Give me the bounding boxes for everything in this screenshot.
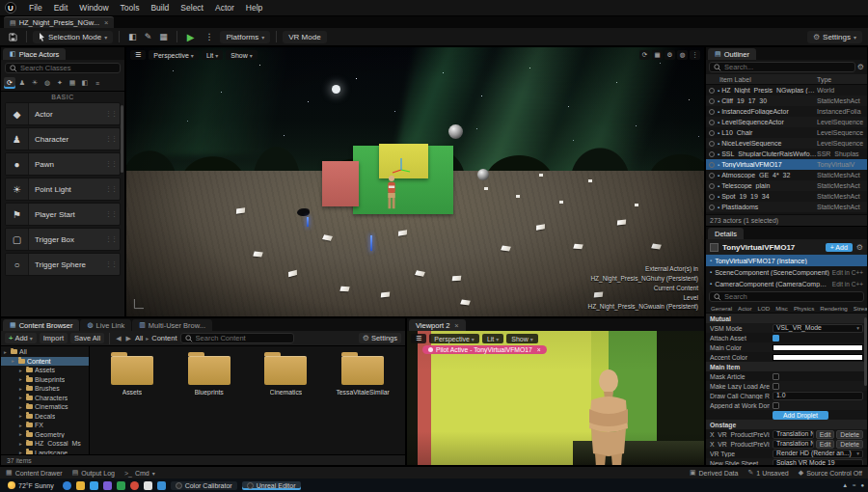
viewport-option-icon[interactable]: ◍ [677, 50, 688, 60]
outliner-row[interactable]: ▪ LevelSequenceActor LevelSequence [706, 117, 867, 127]
place-actors-search[interactable] [5, 63, 121, 73]
weather-widget[interactable]: 72°F Sunny [4, 481, 58, 489]
back-icon[interactable]: ◀ [115, 335, 122, 342]
details-property-row[interactable]: Attach Asset [706, 333, 867, 342]
content-folder[interactable]: Blueprints [178, 356, 240, 396]
toolbar-icon[interactable]: ▦ [156, 31, 171, 42]
taskbar-app-icon[interactable] [117, 481, 125, 490]
details-filter-tab[interactable]: Physics [791, 305, 817, 312]
menu-item[interactable]: Edit [48, 1, 74, 14]
visibility-eye-icon[interactable] [709, 162, 715, 168]
folder-tree-item[interactable]: ▸ FX [1, 421, 89, 430]
category-icon[interactable]: ≡ [92, 77, 103, 89]
taskbar-app-icon[interactable] [103, 481, 112, 490]
checkbox[interactable] [773, 335, 779, 342]
details-property-row[interactable]: Main Color [706, 342, 867, 352]
tab-details[interactable]: Details [708, 228, 744, 239]
drag-grip-icon[interactable]: ⋮⋮ [105, 160, 120, 168]
drag-grip-icon[interactable]: ⋮⋮ [105, 185, 120, 193]
drag-grip-icon[interactable]: ⋮⋮ [105, 135, 120, 143]
perspective-dropdown[interactable]: Perspective▾ [429, 334, 479, 343]
scrollbar[interactable] [121, 105, 123, 173]
array-element-dropdown[interactable]: Translation Next [773, 430, 814, 439]
menu-item[interactable]: Help [240, 1, 268, 14]
expand-arrow-icon[interactable]: ▸ [4, 349, 9, 355]
column-item-label[interactable]: Item Label [706, 76, 817, 83]
outliner-row[interactable]: ▪ Plastiadoms StaticMeshAct [706, 202, 867, 212]
details-filter-tab[interactable]: General [708, 305, 735, 312]
volume-icon[interactable]: ● [860, 482, 864, 488]
visibility-eye-icon[interactable] [709, 130, 715, 136]
viewport-option-icon[interactable]: ⋮ [690, 50, 700, 60]
column-type[interactable]: Type [817, 76, 867, 83]
category-icon[interactable]: ▦ [67, 77, 78, 89]
checkbox[interactable] [773, 373, 779, 380]
content-drawer-button[interactable]: ▦ Content Drawer [6, 469, 63, 477]
taskbar-app-icon[interactable] [157, 481, 166, 490]
folder-tree-item[interactable]: ▸ Content [1, 357, 89, 367]
gear-icon[interactable]: ⚙ [856, 243, 863, 252]
details-filter-tab[interactable]: LOD [754, 305, 773, 312]
visibility-eye-icon[interactable] [709, 205, 715, 210]
place-actor-item[interactable]: ♟ Character ⋮⋮ [5, 127, 121, 150]
forward-icon[interactable]: ▶ [125, 335, 132, 342]
breadcrumb-current[interactable]: Content [151, 334, 176, 342]
scrollbar[interactable] [864, 317, 867, 386]
property-dropdown[interactable]: Render HD (Render an...) [773, 450, 863, 458]
tab-outliner[interactable]: ▤ Outliner [708, 48, 756, 60]
folder-tree-item[interactable]: ▸ Characters [1, 394, 89, 403]
drag-grip-icon[interactable]: ⋮⋮ [105, 260, 120, 268]
place-actor-item[interactable]: ◆ Actor ⋮⋮ [5, 102, 121, 125]
viewport-option-icon[interactable]: ▦ [652, 50, 663, 60]
close-tab-icon[interactable]: × [454, 321, 458, 330]
category-icon[interactable]: ◍ [41, 77, 53, 89]
source-control-button[interactable]: ◆ Source Control Off [799, 469, 862, 477]
folder-tree-item[interactable]: ▸ Cinematics [1, 402, 89, 412]
main-viewport[interactable]: ☰ Perspective▾ Lit▾ Show▾ ⟳▦⚙◍⋮ External… [125, 46, 705, 317]
content-settings-button[interactable]: ⚙ Settings [359, 333, 401, 343]
outliner-column-headers[interactable]: Item Label Type [706, 74, 867, 85]
breadcrumb[interactable]: All ▸ Content [135, 334, 177, 342]
toolbar-icon[interactable]: ◧ [125, 31, 140, 42]
taskbar-app-icon[interactable] [144, 481, 152, 490]
perspective-dropdown[interactable]: Perspective▾ [149, 50, 199, 60]
viewport-menu-icon[interactable]: ☰ [130, 50, 146, 60]
network-icon[interactable]: ≈ [853, 482, 855, 488]
save-icon[interactable] [6, 32, 20, 42]
component-row[interactable]: ▪ TonyVirtualVFMO17 (Instance) [706, 255, 867, 266]
expand-arrow-icon[interactable]: ▸ [19, 368, 24, 373]
details-property-row[interactable]: X_VR_ProductPreVisTranslation NextEditDe… [706, 439, 867, 449]
search-input[interactable] [20, 64, 116, 72]
expand-arrow-icon[interactable]: ▸ [19, 404, 24, 410]
expand-arrow-icon[interactable]: ▸ [19, 386, 24, 392]
lit-dropdown[interactable]: Lit▾ [202, 50, 223, 60]
outliner-row[interactable]: ▪ L10_Chair LevelSequence [706, 127, 867, 138]
level-tab[interactable]: ▤ HZ_Night_Presis_NGw... × [4, 16, 114, 28]
tray-up-icon[interactable]: ▲ [842, 482, 848, 488]
details-search[interactable] [709, 291, 864, 302]
category-icon[interactable]: ◧ [79, 77, 91, 89]
checkbox[interactable] [773, 402, 779, 409]
visibility-eye-icon[interactable] [709, 173, 715, 178]
viewport-option-icon[interactable]: ⚙ [665, 50, 675, 60]
outliner-row[interactable]: ▪ InstancedFoliageActor InstancedFolia [706, 106, 867, 117]
place-actor-item[interactable]: ○ Trigger Sphere ⋮⋮ [5, 253, 121, 276]
place-actor-item[interactable]: ⚑ Player Start ⋮⋮ [5, 203, 121, 226]
chrome-sphere[interactable] [477, 169, 489, 180]
content-folder[interactable]: Assets [101, 356, 163, 396]
play-button[interactable]: ▶ [183, 32, 199, 42]
tab-viewport2[interactable]: Viewport 2 × [409, 319, 466, 331]
expand-arrow-icon[interactable]: ▸ [19, 423, 24, 428]
lit-dropdown[interactable]: Lit▾ [482, 334, 503, 343]
category-icon[interactable]: ☀ [29, 77, 41, 89]
panel-tab[interactable]: ◍ Live Link [80, 319, 131, 331]
edit-button[interactable]: Edit [816, 440, 835, 449]
visibility-eye-icon[interactable] [709, 194, 715, 200]
outliner-search[interactable] [709, 62, 855, 72]
save-all-button[interactable]: Save All [70, 333, 104, 343]
panel-tab[interactable]: ▦ Content Browser [3, 319, 79, 331]
details-filter-tab[interactable]: Rendering [817, 305, 851, 312]
breadcrumb-root[interactable]: All [135, 334, 143, 342]
play-options-icon[interactable]: ⋮ [202, 31, 216, 42]
taskbar-app-icon[interactable] [90, 481, 98, 490]
